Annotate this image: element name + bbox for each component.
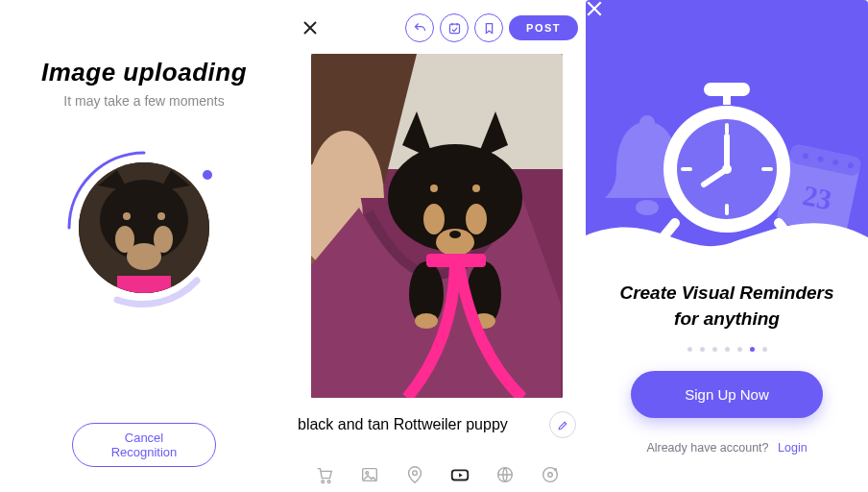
tool-globe[interactable] [492, 463, 518, 486]
svg-point-17 [423, 204, 445, 234]
bookmark-button[interactable] [474, 13, 503, 42]
video-icon [449, 464, 470, 485]
edit-caption-button[interactable] [549, 411, 576, 438]
have-account-text: Already have account? [646, 441, 768, 455]
svg-point-29 [327, 480, 330, 483]
svg-point-22 [449, 231, 461, 238]
composer-toolbar [288, 463, 586, 486]
svg-rect-9 [449, 24, 459, 33]
tool-location[interactable] [401, 463, 428, 486]
upload-panel: Image uploading It may take a few moment… [0, 0, 288, 492]
reply-button[interactable] [405, 13, 434, 42]
tool-disc[interactable] [537, 463, 564, 486]
tool-video[interactable] [446, 463, 473, 486]
svg-point-36 [547, 473, 552, 478]
tool-image[interactable] [356, 463, 383, 486]
caption-text: black and tan Rottweiler puppy [298, 416, 508, 433]
schedule-button[interactable] [440, 13, 469, 42]
pin-icon [404, 464, 425, 485]
upload-thumbnail [79, 162, 209, 293]
disc-icon [540, 464, 561, 485]
reply-icon [413, 21, 427, 36]
upload-title: Image uploading [0, 58, 288, 87]
svg-point-32 [412, 471, 417, 476]
svg-point-20 [430, 184, 438, 192]
svg-point-25 [415, 313, 438, 329]
svg-rect-46 [723, 93, 731, 105]
tool-cart[interactable] [311, 463, 338, 486]
svg-point-55 [722, 164, 732, 174]
svg-point-21 [472, 184, 480, 192]
svg-point-31 [365, 472, 368, 475]
close-button[interactable] [296, 13, 325, 42]
cancel-recognition-button[interactable]: Cancel Recognition [72, 423, 216, 467]
svg-point-5 [127, 243, 161, 270]
onboarding-title: Create Visual Reminders for anything [607, 281, 847, 332]
close-icon [302, 20, 318, 36]
onboarding-hero: 23 [586, 0, 868, 258]
svg-point-28 [321, 480, 324, 483]
upload-progress [58, 141, 230, 314]
calendar-check-icon [447, 21, 462, 36]
composer-photo[interactable] [311, 54, 563, 398]
onboarding-close-button[interactable] [586, 0, 603, 17]
hero-wave [586, 214, 868, 258]
composer-panel: POST [288, 0, 586, 492]
onboarding-panel: 23 Create Visual Reminders for anything [586, 0, 868, 492]
close-icon [586, 0, 603, 17]
svg-point-7 [157, 212, 165, 220]
login-row: Already have account? Login [586, 441, 868, 455]
upload-subtitle: It may take a few moments [0, 93, 288, 109]
composer-topbar: POST [288, 13, 586, 54]
svg-point-18 [466, 204, 487, 234]
globe-icon [494, 464, 516, 485]
caption-row: black and tan Rottweiler puppy [288, 398, 586, 438]
cart-icon [314, 464, 335, 485]
page-dots[interactable] [586, 347, 868, 352]
svg-point-0 [203, 170, 212, 180]
pencil-icon [557, 419, 569, 431]
bookmark-icon [482, 21, 496, 36]
post-button[interactable]: POST [509, 15, 578, 40]
login-link[interactable]: Login [778, 441, 808, 455]
svg-point-6 [123, 212, 131, 220]
svg-rect-27 [426, 254, 486, 267]
image-icon [359, 464, 380, 485]
signup-button[interactable]: Sign Up Now [631, 371, 823, 418]
